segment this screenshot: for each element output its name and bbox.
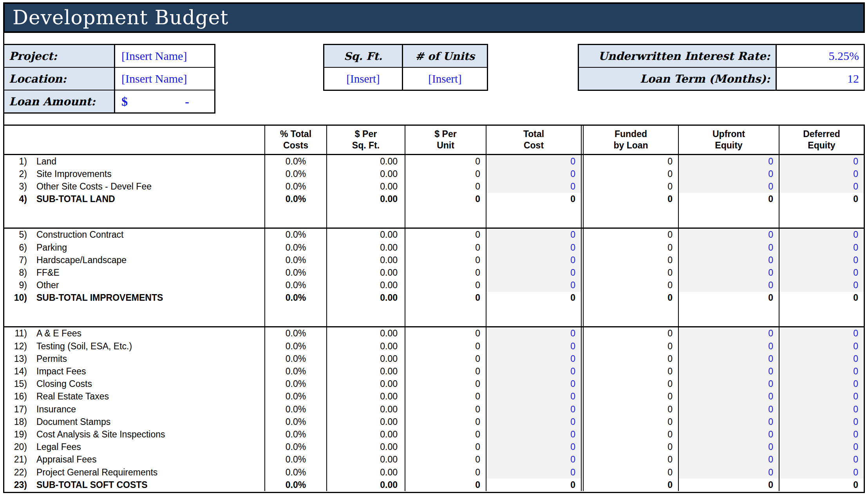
cell-upfront-equity[interactable]: 0 — [678, 428, 779, 441]
budget-row: 5)Construction Contract0.0%0.0000000 — [4, 229, 864, 241]
cell-upfront-equity[interactable]: 0 — [678, 180, 779, 193]
cell-total-cost[interactable]: 0 — [486, 327, 581, 340]
cell-item: 12)Testing (Soil, ESA, Etc.) — [4, 340, 264, 352]
cell-upfront-equity: 0 — [678, 193, 779, 206]
cell-per-unit: 0 — [405, 279, 486, 292]
interest-rate-value-cell[interactable]: 5.25% — [777, 45, 864, 67]
cell-total-cost[interactable]: 0 — [486, 390, 581, 403]
cell-deferred-equity[interactable]: 0 — [779, 441, 864, 453]
cell-upfront-equity[interactable]: 0 — [678, 327, 779, 340]
cell-deferred-equity[interactable]: 0 — [779, 340, 864, 352]
location-value-cell[interactable]: [Insert Name] — [115, 68, 214, 90]
cell-pct-total-costs: 0.0% — [264, 378, 326, 390]
cell-upfront-equity[interactable]: 0 — [678, 229, 779, 241]
cell-per-sqft: 0.00 — [326, 266, 405, 279]
cell-upfront-equity[interactable]: 0 — [678, 340, 779, 352]
cell-upfront-equity[interactable]: 0 — [678, 168, 779, 180]
cell-deferred-equity[interactable]: 0 — [779, 180, 864, 193]
spacer-cell — [678, 206, 779, 228]
cell-total-cost[interactable]: 0 — [486, 266, 581, 279]
cell-pct-total-costs: 0.0% — [264, 403, 326, 416]
item-number: 6) — [4, 242, 27, 253]
cell-funded-by-loan: 0 — [581, 453, 678, 466]
cell-deferred-equity[interactable]: 0 — [779, 229, 864, 241]
cell-total-cost[interactable]: 0 — [486, 416, 581, 428]
cell-deferred-equity[interactable]: 0 — [779, 453, 864, 466]
loan-amount-value-cell[interactable]: $ - — [115, 90, 214, 112]
cell-total-cost[interactable]: 0 — [486, 168, 581, 180]
cell-deferred-equity[interactable]: 0 — [779, 378, 864, 390]
cell-total-cost[interactable]: 0 — [486, 180, 581, 193]
cell-total-cost[interactable]: 0 — [486, 229, 581, 241]
cell-total-cost[interactable]: 0 — [486, 441, 581, 453]
cell-pct-total-costs: 0.0% — [264, 453, 326, 466]
cell-total-cost[interactable]: 0 — [486, 378, 581, 390]
cell-total-cost[interactable]: 0 — [486, 365, 581, 378]
spacer-row — [4, 206, 864, 228]
cell-deferred-equity[interactable]: 0 — [779, 254, 864, 266]
budget-table-body: 1)Land0.0%0.00000002)Site Improvements0.… — [4, 155, 864, 491]
item-number: 5) — [4, 229, 27, 240]
loan-term-value-cell[interactable]: 12 — [777, 68, 864, 90]
cell-total-cost[interactable]: 0 — [486, 352, 581, 365]
cell-per-sqft: 0.00 — [326, 352, 405, 365]
cell-upfront-equity[interactable]: 0 — [678, 254, 779, 266]
cell-total-cost[interactable]: 0 — [486, 254, 581, 266]
cell-upfront-equity[interactable]: 0 — [678, 266, 779, 279]
cell-deferred-equity[interactable]: 0 — [779, 403, 864, 416]
col-header-total-cost: TotalCost — [486, 126, 581, 154]
cell-upfront-equity[interactable]: 0 — [678, 453, 779, 466]
cell-funded-by-loan: 0 — [581, 441, 678, 453]
cell-total-cost[interactable]: 0 — [486, 466, 581, 479]
item-number: 4) — [4, 194, 27, 204]
cell-deferred-equity[interactable]: 0 — [779, 279, 864, 292]
item-number: 23) — [4, 480, 27, 490]
cell-deferred-equity[interactable]: 0 — [779, 327, 864, 340]
cell-upfront-equity[interactable]: 0 — [678, 390, 779, 403]
cell-item: 21)Appraisal Fees — [4, 453, 264, 466]
units-value-cell[interactable]: [Insert] — [402, 68, 487, 90]
cell-item: 11)A & E Fees — [4, 327, 264, 340]
cell-pct-total-costs: 0.0% — [264, 155, 326, 168]
budget-row-subtotal: 4)SUB-TOTAL LAND0.0%0.0000000 — [4, 193, 864, 206]
cell-total-cost[interactable]: 0 — [486, 428, 581, 441]
cell-per-unit: 0 — [405, 266, 486, 279]
cell-total-cost[interactable]: 0 — [486, 279, 581, 292]
cell-deferred-equity[interactable]: 0 — [779, 241, 864, 254]
cell-per-unit: 0 — [405, 193, 486, 206]
cell-deferred-equity[interactable]: 0 — [779, 155, 864, 168]
cell-total-cost[interactable]: 0 — [486, 403, 581, 416]
cell-funded-by-loan: 0 — [581, 168, 678, 180]
cell-total-cost[interactable]: 0 — [486, 155, 581, 168]
cell-upfront-equity[interactable]: 0 — [678, 352, 779, 365]
cell-deferred-equity[interactable]: 0 — [779, 352, 864, 365]
cell-upfront-equity[interactable]: 0 — [678, 279, 779, 292]
cell-total-cost[interactable]: 0 — [486, 241, 581, 254]
cell-total-cost[interactable]: 0 — [486, 340, 581, 352]
cell-item: 19)Cost Analysis & Site Inspections — [4, 428, 264, 441]
cell-item: 16)Real Estate Taxes — [4, 390, 264, 403]
cell-total-cost[interactable]: 0 — [486, 453, 581, 466]
project-value-cell[interactable]: [Insert Name] — [115, 45, 214, 67]
sqft-value-cell[interactable]: [Insert] — [324, 68, 402, 90]
cell-deferred-equity[interactable]: 0 — [779, 266, 864, 279]
cell-upfront-equity[interactable]: 0 — [678, 241, 779, 254]
cell-upfront-equity[interactable]: 0 — [678, 416, 779, 428]
cell-pct-total-costs: 0.0% — [264, 441, 326, 453]
cell-deferred-equity[interactable]: 0 — [779, 168, 864, 180]
cell-deferred-equity[interactable]: 0 — [779, 416, 864, 428]
cell-upfront-equity[interactable]: 0 — [678, 466, 779, 479]
cell-upfront-equity[interactable]: 0 — [678, 155, 779, 168]
spacer-cell — [326, 304, 405, 326]
cell-upfront-equity[interactable]: 0 — [678, 365, 779, 378]
cell-deferred-equity[interactable]: 0 — [779, 466, 864, 479]
cell-deferred-equity[interactable]: 0 — [779, 428, 864, 441]
cell-deferred-equity[interactable]: 0 — [779, 390, 864, 403]
loan-term-row: Loan Term (Months): 12 — [579, 67, 864, 90]
cell-upfront-equity[interactable]: 0 — [678, 403, 779, 416]
cell-upfront-equity[interactable]: 0 — [678, 378, 779, 390]
cell-upfront-equity[interactable]: 0 — [678, 441, 779, 453]
budget-row: 15)Closing Costs0.0%0.0000000 — [4, 378, 864, 390]
cell-upfront-equity: 0 — [678, 292, 779, 304]
cell-deferred-equity[interactable]: 0 — [779, 365, 864, 378]
